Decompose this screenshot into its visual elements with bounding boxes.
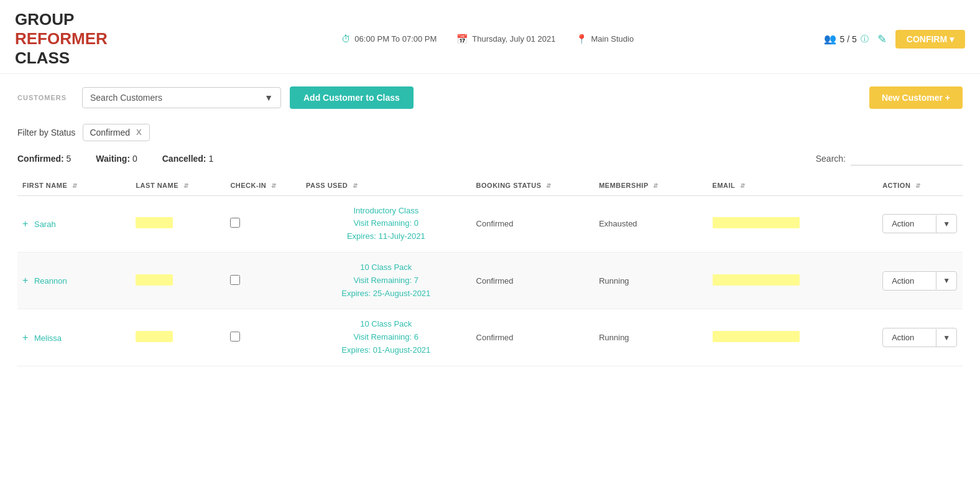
filter-by-status-label: Filter by Status	[17, 128, 75, 137]
action-label-1: Action	[883, 272, 936, 290]
chevron-down-icon: ▼	[264, 93, 273, 103]
pass-expires-2: Expires: 01-August-2021	[306, 344, 466, 357]
cell-lastname-1	[131, 252, 225, 309]
confirm-button[interactable]: CONFIRM ▾	[895, 30, 965, 49]
sort-icon-lastname[interactable]: ⇵	[183, 182, 189, 189]
booking-status-1: Confirmed	[476, 276, 514, 286]
action-arrow-icon-0: ▼	[936, 215, 956, 233]
edit-icon[interactable]: ✎	[877, 32, 887, 46]
page-title: GROUP REFORMERCLASS	[15, 10, 152, 68]
cell-lastname-0	[131, 195, 225, 252]
cell-membership-0: Exhausted	[594, 195, 707, 252]
capacity-badge: 👥 5 / 5 ⓘ	[824, 33, 869, 45]
calendar-icon: 📅	[456, 34, 468, 45]
sort-icon-pass[interactable]: ⇵	[353, 182, 358, 189]
col-header-checkin: CHECK-IN ⇵	[225, 175, 301, 196]
cell-firstname-2: + Melissa	[17, 309, 131, 366]
pass-info-0: Introductory Class Visit Remaining: 0 Ex…	[306, 205, 466, 243]
membership-status-2: Running	[599, 333, 629, 342]
col-header-email: EMAIL ⇵	[708, 175, 878, 196]
booking-status-2: Confirmed	[476, 333, 514, 342]
cell-action-2: Action ▼	[877, 309, 963, 366]
pass-visits-0: Visit Remaining: 0	[306, 217, 466, 230]
people-icon: 👥	[824, 33, 836, 45]
content-area: CUSTOMERS Search Customers ▼ Add Custome…	[0, 74, 980, 379]
checkin-checkbox-0[interactable]	[230, 218, 240, 228]
pass-name-1: 10 Class Pack	[306, 261, 466, 274]
add-customer-button[interactable]: Add Customer to Class	[290, 86, 414, 109]
action-dropdown-1[interactable]: Action ▼	[882, 271, 957, 291]
clock-icon: ⏱	[341, 34, 351, 44]
table-search-input[interactable]	[851, 152, 963, 165]
cell-email-1	[708, 252, 878, 309]
pass-visits-2: Visit Remaining: 6	[306, 331, 466, 344]
lastname-redacted-2	[136, 331, 173, 342]
new-customer-button[interactable]: New Customer +	[869, 86, 963, 109]
cell-membership-1: Running	[594, 252, 707, 309]
cell-checkin-1	[225, 252, 301, 309]
sort-icon-action[interactable]: ⇵	[915, 182, 921, 189]
sort-icon-firstname[interactable]: ⇵	[72, 182, 78, 189]
pass-name-0: Introductory Class	[306, 205, 466, 218]
filter-row: Filter by Status Confirmed X	[17, 124, 963, 141]
col-header-pass: PASS USED ⇵	[301, 175, 471, 196]
col-header-action: ACTION ⇵	[877, 175, 963, 196]
membership-status-1: Running	[599, 276, 629, 286]
sort-icon-email[interactable]: ⇵	[740, 182, 746, 189]
cell-action-1: Action ▼	[877, 252, 963, 309]
sort-icon-booking[interactable]: ⇵	[546, 182, 552, 189]
checkin-checkbox-1[interactable]	[230, 275, 240, 285]
table-row: + Reannon 10 Class Pack Visit Remaining:…	[17, 252, 963, 309]
cell-email-2	[708, 309, 878, 366]
cell-email-0	[708, 195, 878, 252]
expand-icon-2[interactable]: +	[22, 332, 28, 343]
lastname-redacted-0	[136, 217, 173, 228]
pass-expires-1: Expires: 25-August-2021	[306, 287, 466, 300]
sort-icon-membership[interactable]: ⇵	[653, 182, 659, 189]
pass-info-1: 10 Class Pack Visit Remaining: 7 Expires…	[306, 261, 466, 300]
cell-firstname-0: + Sarah	[17, 195, 131, 252]
booking-status-0: Confirmed	[476, 219, 514, 228]
cell-firstname-1: + Reannon	[17, 252, 131, 309]
action-dropdown-2[interactable]: Action ▼	[882, 328, 957, 347]
membership-status-0: Exhausted	[599, 219, 637, 228]
pass-name-2: 10 Class Pack	[306, 318, 466, 331]
top-bar: GROUP REFORMERCLASS ⏱ 06:00 PM To 07:00 …	[0, 0, 980, 74]
cell-booking-2: Confirmed	[471, 309, 594, 366]
search-label: Search:	[816, 154, 846, 164]
email-redacted-0	[713, 217, 800, 228]
cell-pass-2: 10 Class Pack Visit Remaining: 6 Expires…	[301, 309, 471, 366]
class-date: 📅 Thursday, July 01 2021	[456, 34, 555, 45]
action-arrow-icon-1: ▼	[936, 272, 956, 289]
customer-name-0[interactable]: Sarah	[34, 220, 56, 229]
cell-pass-1: 10 Class Pack Visit Remaining: 7 Expires…	[301, 252, 471, 309]
col-header-lastname: LAST NAME ⇵	[131, 175, 225, 196]
table-row: + Sarah Introductory Class Visit Remaini…	[17, 195, 963, 252]
search-customers-text: Search Customers	[90, 93, 162, 103]
customer-name-2[interactable]: Melissa	[34, 333, 62, 343]
customer-name-1[interactable]: Reannon	[34, 276, 67, 286]
customers-label: CUSTOMERS	[17, 94, 73, 101]
expand-icon-0[interactable]: +	[22, 218, 28, 229]
filter-value: Confirmed	[90, 128, 130, 137]
action-label-2: Action	[883, 328, 936, 346]
cell-pass-0: Introductory Class Visit Remaining: 0 Ex…	[301, 195, 471, 252]
customers-row: CUSTOMERS Search Customers ▼ Add Custome…	[17, 86, 963, 109]
clear-filter-button[interactable]: X	[135, 128, 143, 137]
col-header-firstname: FIRST NAME ⇵	[17, 175, 131, 196]
table-search: Search:	[816, 152, 963, 165]
cell-checkin-0	[225, 195, 301, 252]
waiting-stat: Waiting: 0	[96, 154, 137, 164]
stats-row: Confirmed: 5 Waiting: 0 Cancelled: 1 Sea…	[17, 152, 963, 165]
expand-icon-1[interactable]: +	[22, 275, 28, 286]
col-header-booking: BOOKING STATUS ⇵	[471, 175, 594, 196]
action-dropdown-0[interactable]: Action ▼	[882, 214, 957, 233]
cell-lastname-2	[131, 309, 225, 366]
sort-icon-checkin[interactable]: ⇵	[271, 182, 277, 189]
cell-booking-1: Confirmed	[471, 252, 594, 309]
action-arrow-icon-2: ▼	[936, 329, 956, 346]
search-customers-select[interactable]: Search Customers ▼	[82, 87, 281, 108]
checkin-checkbox-2[interactable]	[230, 332, 240, 342]
cancelled-stat: Cancelled: 1	[162, 154, 214, 164]
email-redacted-1	[713, 274, 800, 286]
